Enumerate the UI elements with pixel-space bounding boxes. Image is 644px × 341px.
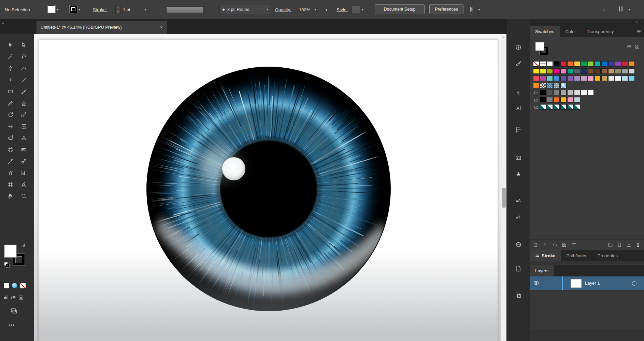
- swatch[interactable]: [615, 61, 621, 67]
- chevron-down-icon[interactable]: ▾: [79, 8, 80, 11]
- swatch[interactable]: [567, 90, 573, 95]
- swatch-pat-tri[interactable]: [567, 104, 573, 110]
- list-view-icon[interactable]: [571, 242, 576, 247]
- chevron-down-icon[interactable]: ▾: [57, 8, 58, 11]
- sync-icon[interactable]: [552, 242, 557, 247]
- canvas[interactable]: [34, 34, 501, 341]
- tool-hand[interactable]: [4, 190, 17, 202]
- scrollbar-thumb[interactable]: [502, 188, 506, 208]
- swatch[interactable]: [608, 61, 614, 67]
- tool-rotate[interactable]: [4, 109, 17, 121]
- fill-color-swatch[interactable]: [48, 5, 55, 13]
- stroke-panel-link[interactable]: Stroke:: [93, 7, 107, 12]
- draw-normal-icon[interactable]: [3, 295, 9, 301]
- swatch-kinds-icon[interactable]: [562, 242, 567, 247]
- panel-menu-icon[interactable]: [636, 26, 644, 37]
- swatch[interactable]: [567, 76, 573, 81]
- tool-symbol-sprayer[interactable]: [4, 167, 17, 179]
- new-swatch-icon[interactable]: [617, 242, 622, 247]
- style-swatch[interactable]: [352, 6, 360, 13]
- swatch[interactable]: [560, 68, 567, 74]
- tool-width[interactable]: [4, 121, 17, 132]
- swatch[interactable]: [608, 76, 614, 81]
- brush-definition-dropdown[interactable]: 3 pt. Round ▾: [219, 5, 271, 14]
- swatch[interactable]: [629, 76, 635, 81]
- swatch[interactable]: [567, 61, 573, 67]
- swatch[interactable]: [574, 61, 580, 67]
- swatch[interactable]: [629, 61, 635, 67]
- swatch[interactable]: [554, 61, 560, 67]
- tool-rectangle[interactable]: [4, 86, 17, 97]
- tool-magic-wand[interactable]: [4, 51, 17, 63]
- chevron-down-icon[interactable]: ▾: [478, 8, 480, 11]
- layer-thumbnail[interactable]: [571, 279, 582, 288]
- tool-selection[interactable]: [4, 39, 17, 51]
- add-from-library-icon[interactable]: [626, 242, 631, 247]
- swatch[interactable]: [581, 61, 587, 67]
- tab-transparency[interactable]: Transparency: [581, 26, 619, 37]
- swatch[interactable]: [560, 61, 567, 67]
- color-panel-icon[interactable]: [515, 44, 522, 51]
- swatch[interactable]: [554, 68, 560, 74]
- swatch-pat-tri[interactable]: [547, 104, 553, 110]
- color-group-folder-icon[interactable]: [533, 97, 539, 103]
- swatch[interactable]: [540, 76, 546, 81]
- swatch[interactable]: [547, 76, 553, 81]
- swatch-pat-dots[interactable]: [554, 83, 560, 88]
- swatch[interactable]: [622, 61, 628, 67]
- document-tab[interactable]: Untitled-1* @ 46.14% (RGB/GPU Preview) ×: [37, 21, 167, 34]
- swatch[interactable]: [622, 76, 628, 81]
- layer-name[interactable]: Layer 1: [585, 281, 600, 286]
- swatch[interactable]: [540, 90, 546, 95]
- swatch-pat-globe[interactable]: [560, 83, 567, 88]
- gradient-button[interactable]: [12, 283, 18, 289]
- scroll-up-icon[interactable]: ▲: [501, 34, 507, 38]
- swatch[interactable]: [533, 68, 539, 74]
- swatch-pat-tri[interactable]: [554, 104, 560, 110]
- swatch-pat-checker[interactable]: [540, 83, 546, 88]
- swatch-pat-tri[interactable]: [560, 104, 567, 110]
- vertical-scrollbar[interactable]: ▲: [501, 34, 507, 341]
- stepper-down-icon[interactable]: ▾: [117, 10, 119, 14]
- layer-target-icon[interactable]: [632, 281, 636, 286]
- swatch[interactable]: [581, 90, 587, 95]
- collapse-toolbar-icon[interactable]: «: [2, 21, 4, 25]
- layer-row[interactable]: Layer 1: [530, 276, 644, 290]
- paragraph-panel-icon[interactable]: ¶: [515, 90, 522, 96]
- tool-type[interactable]: T: [4, 74, 17, 86]
- swatch[interactable]: [574, 76, 580, 81]
- chevron-down-icon[interactable]: ▾: [315, 8, 316, 11]
- swatch[interactable]: [574, 90, 580, 95]
- swatch[interactable]: [588, 90, 594, 95]
- tool-blend[interactable]: [17, 155, 30, 167]
- align-panel-icon[interactable]: [515, 126, 522, 133]
- stroke-weight-stepper[interactable]: ▴ ▾: [115, 5, 120, 14]
- draw-inside-icon[interactable]: [18, 295, 24, 301]
- width-profile-preview[interactable]: [166, 6, 204, 13]
- swatch[interactable]: [567, 97, 573, 103]
- edit-toolbar-button[interactable]: •••: [9, 323, 15, 328]
- swatch[interactable]: [615, 76, 621, 81]
- swatch[interactable]: [547, 97, 553, 103]
- swatch-reg[interactable]: [540, 61, 546, 67]
- chevron-down-icon[interactable]: ▾: [362, 8, 363, 11]
- opacity-value[interactable]: 100%: [299, 7, 310, 12]
- tool-zoom[interactable]: [17, 190, 30, 202]
- swatch[interactable]: [601, 76, 607, 81]
- swatch[interactable]: [608, 68, 614, 74]
- none-button[interactable]: [20, 283, 26, 289]
- swatch-pat-tri[interactable]: [574, 104, 580, 110]
- stroke-weight-value[interactable]: 1 pt: [123, 7, 130, 12]
- swatch[interactable]: [540, 97, 546, 103]
- swatch[interactable]: [560, 76, 567, 81]
- close-icon[interactable]: ×: [160, 25, 163, 30]
- swatch[interactable]: [574, 68, 580, 74]
- swatch-none[interactable]: [533, 61, 539, 67]
- swatch[interactable]: [629, 68, 635, 74]
- swatch[interactable]: [554, 90, 560, 95]
- swatch[interactable]: [581, 76, 587, 81]
- color-button[interactable]: [3, 283, 10, 289]
- align-pixel-icon[interactable]: [468, 6, 475, 13]
- new-color-group-icon[interactable]: [608, 242, 613, 247]
- list-view-icon[interactable]: [627, 44, 632, 49]
